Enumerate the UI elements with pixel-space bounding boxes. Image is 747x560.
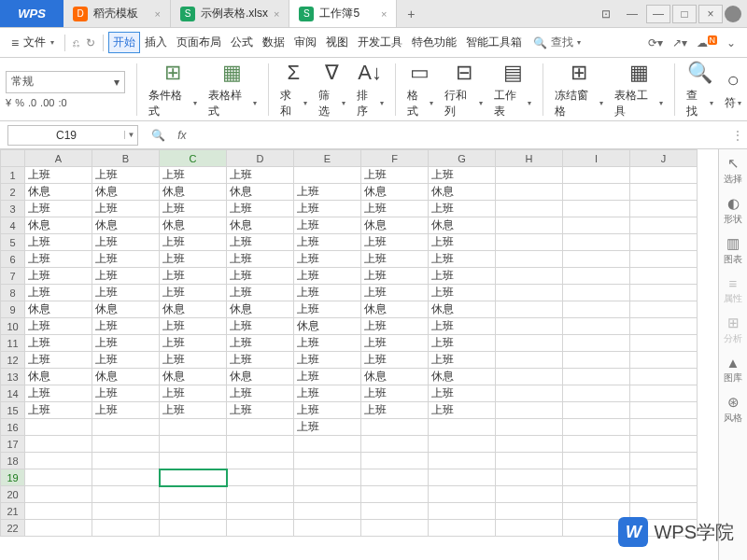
row-header[interactable]: 6 [1, 251, 25, 268]
app-button[interactable]: WPS [0, 0, 63, 27]
cell[interactable] [496, 234, 563, 251]
cell[interactable]: 上班 [25, 167, 92, 184]
close-icon[interactable]: × [155, 8, 161, 20]
cell[interactable] [563, 234, 630, 251]
cell[interactable]: 上班 [227, 318, 294, 335]
cell[interactable]: 上班 [361, 167, 429, 184]
cell[interactable]: 上班 [25, 201, 92, 217]
cell[interactable]: 上班 [92, 285, 160, 301]
cell[interactable]: 上班 [227, 352, 294, 369]
row-header[interactable]: 16 [1, 419, 25, 436]
cell[interactable]: 上班 [294, 251, 361, 268]
cell[interactable]: 上班 [160, 285, 227, 301]
cell[interactable]: 上班 [160, 385, 227, 402]
cell[interactable]: 上班 [227, 201, 294, 217]
column-header[interactable]: I [563, 150, 630, 167]
cell[interactable]: 上班 [160, 234, 227, 251]
cell[interactable]: 上班 [160, 251, 227, 268]
row-header[interactable]: 13 [1, 369, 25, 385]
cell[interactable]: 休息 [429, 301, 496, 318]
ribbon-求和-button[interactable]: Σ求和▾ [275, 60, 313, 119]
cell[interactable] [496, 385, 563, 402]
cell[interactable] [496, 503, 563, 520]
cell[interactable] [429, 520, 496, 537]
cell[interactable]: 上班 [160, 352, 227, 369]
cell[interactable] [160, 469, 227, 486]
cell[interactable] [429, 419, 496, 436]
cell[interactable]: 休息 [429, 369, 496, 385]
cell[interactable] [563, 285, 630, 301]
cell[interactable]: 上班 [429, 251, 496, 268]
name-box[interactable]: C19 ▼ [7, 125, 138, 146]
cell[interactable]: 上班 [429, 167, 496, 184]
cell[interactable]: 上班 [227, 385, 294, 402]
format-button[interactable]: .00 [40, 97, 54, 108]
cell[interactable]: 上班 [92, 335, 160, 352]
cell[interactable] [630, 234, 698, 251]
format-button[interactable]: :0 [58, 97, 66, 108]
cell[interactable]: 休息 [92, 217, 160, 234]
cell[interactable]: 上班 [429, 402, 496, 419]
cell[interactable]: 上班 [294, 268, 361, 285]
cell[interactable] [361, 486, 429, 503]
cell[interactable] [630, 201, 698, 217]
cell[interactable] [630, 167, 698, 184]
cell[interactable]: 上班 [160, 335, 227, 352]
cell[interactable] [563, 217, 630, 234]
column-header[interactable]: D [227, 150, 294, 167]
cell[interactable] [563, 352, 630, 369]
cell[interactable] [563, 453, 630, 469]
cell[interactable] [294, 453, 361, 469]
cell[interactable]: 休息 [92, 184, 160, 201]
ribbon-tab[interactable]: 审阅 [289, 32, 321, 53]
cell[interactable] [92, 486, 160, 503]
cell[interactable] [496, 251, 563, 268]
doc-tab[interactable]: D稻壳模板× [63, 0, 171, 27]
cell[interactable] [92, 419, 160, 436]
cell[interactable] [25, 453, 92, 469]
ribbon-tab[interactable]: 开始 [108, 32, 140, 53]
cell[interactable] [429, 436, 496, 453]
row-header[interactable]: 2 [1, 184, 25, 201]
cell[interactable] [227, 503, 294, 520]
cell[interactable] [563, 318, 630, 335]
cell[interactable] [630, 402, 698, 419]
new-tab-button[interactable]: + [397, 0, 425, 27]
cell[interactable] [630, 369, 698, 385]
cell[interactable] [496, 469, 563, 486]
cell[interactable]: 上班 [294, 201, 361, 217]
cell[interactable]: 上班 [294, 402, 361, 419]
cell[interactable] [160, 503, 227, 520]
cell[interactable]: 上班 [227, 234, 294, 251]
column-header[interactable]: J [630, 150, 698, 167]
cell[interactable]: 上班 [92, 352, 160, 369]
ribbon-tab[interactable]: 特色功能 [407, 32, 461, 53]
cell[interactable]: 上班 [227, 285, 294, 301]
cell[interactable]: 休息 [160, 184, 227, 201]
cell[interactable]: 上班 [429, 385, 496, 402]
cell[interactable] [630, 251, 698, 268]
formula-input[interactable] [192, 125, 728, 146]
cell[interactable]: 上班 [227, 335, 294, 352]
cell[interactable]: 上班 [429, 318, 496, 335]
side-图表[interactable]: ▥图表 [724, 235, 742, 266]
cell[interactable]: 上班 [294, 335, 361, 352]
format-button[interactable]: ¥ [6, 97, 11, 108]
collapse-ribbon-icon[interactable]: ⌄ [726, 36, 736, 49]
cell[interactable] [92, 503, 160, 520]
cell[interactable] [227, 436, 294, 453]
cell[interactable]: 休息 [429, 217, 496, 234]
cell[interactable] [563, 201, 630, 217]
ribbon-查找-button[interactable]: 🔍查找▾ [681, 60, 719, 119]
ribbon-工作表-button[interactable]: ▤工作表▾ [488, 60, 537, 119]
cell[interactable] [563, 184, 630, 201]
cell[interactable]: 休息 [361, 301, 429, 318]
row-header[interactable]: 10 [1, 318, 25, 335]
cell[interactable] [25, 469, 92, 486]
cell[interactable]: 休息 [92, 369, 160, 385]
cell[interactable]: 上班 [92, 234, 160, 251]
cell[interactable] [563, 486, 630, 503]
cell[interactable] [496, 419, 563, 436]
cell[interactable]: 上班 [361, 285, 429, 301]
cell[interactable] [630, 301, 698, 318]
